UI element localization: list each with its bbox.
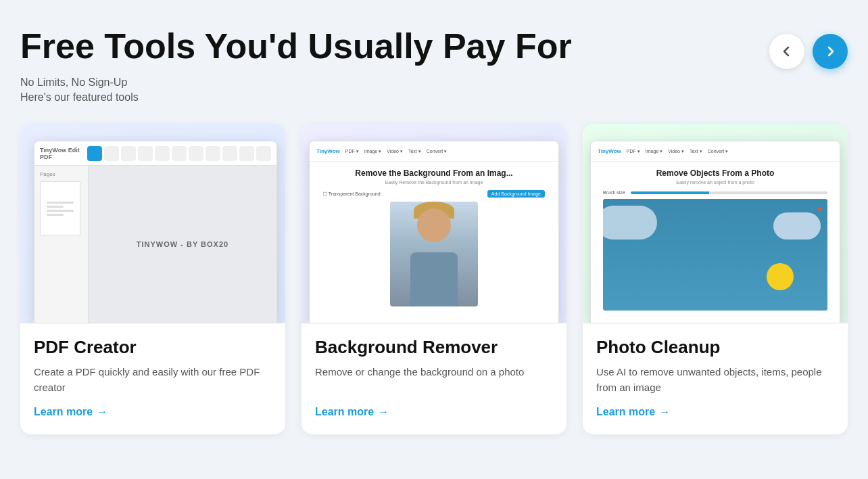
pdf-tool-image <box>239 146 254 161</box>
photo-nav-items: PDF ▾ Image ▾ Video ▾ Text ▾ Convert ▾ <box>627 149 728 154</box>
pdf-tool-circle <box>189 146 203 161</box>
photo-page-title: Remove Objects From a Photo <box>598 168 833 178</box>
bg-nav-logo: TinyWow <box>316 148 340 154</box>
bg-nav-pdf: PDF ▾ <box>345 149 359 154</box>
pdf-line-2 <box>47 206 64 208</box>
prev-button[interactable] <box>769 34 804 69</box>
pdf-pages-label: Pages <box>40 171 82 177</box>
bg-screenshot: TinyWow PDF ▾ Image ▾ Video ▾ Text ▾ Con… <box>309 141 559 323</box>
card-photo-title: Photo Cleanup <box>596 337 834 358</box>
next-button[interactable] <box>813 34 848 69</box>
bg-nav-image: Image ▾ <box>364 149 381 154</box>
bg-nav-video: Video ▾ <box>387 149 403 154</box>
pdf-line-3 <box>47 210 74 212</box>
pdf-tool-shapes <box>138 146 153 161</box>
pdf-page-lines <box>47 202 74 216</box>
main-title: Free Tools You'd Usually Pay For <box>20 27 848 66</box>
pdf-toolbar-dots <box>87 146 271 161</box>
card-pdf-content: PDF Creator Create a PDF quickly and eas… <box>20 323 285 434</box>
pdf-main: TINYWOW - BY BOX20 <box>89 166 276 323</box>
bg-nav-convert: Convert ▾ <box>427 149 447 154</box>
bg-learn-more-arrow-icon: → <box>378 406 389 418</box>
bg-nav-items: PDF ▾ Image ▾ Video ▾ Text ▾ Convert ▾ <box>345 149 447 154</box>
card-pdf-creator: TinyWow Edit PDF <box>20 124 285 434</box>
pdf-line-1 <box>47 202 74 204</box>
photo-nav-pdf: PDF ▾ <box>627 149 640 154</box>
photo-nav-bar: TinyWow PDF ▾ Image ▾ Video ▾ Text ▾ Con… <box>591 141 840 162</box>
pdf-tool-blackout <box>155 146 170 161</box>
pdf-tool-delete <box>206 146 220 161</box>
scene-cloud-right <box>773 212 821 240</box>
photo-nav-image: Image ▾ <box>646 149 662 154</box>
bg-page-subtitle: Easily Remove the Background from an Ima… <box>316 180 552 185</box>
card-bg-description: Remove or change the background on a pho… <box>315 365 553 395</box>
bg-person-image <box>390 202 478 306</box>
bg-learn-more-text: Learn more <box>315 406 374 418</box>
bg-learn-more-link[interactable]: Learn more → <box>315 406 553 418</box>
card-pdf-image: TinyWow Edit PDF <box>20 124 285 323</box>
pdf-sidebar: Pages <box>34 166 89 323</box>
card-bg-image: TinyWow PDF ▾ Image ▾ Video ▾ Text ▾ Con… <box>302 124 566 323</box>
scene-heart-icon: ♥ <box>817 204 822 214</box>
card-photo-description: Use AI to remove unwanted objects, items… <box>596 365 834 395</box>
card-photo-image: TinyWow PDF ▾ Image ▾ Video ▾ Text ▾ Con… <box>583 124 848 323</box>
pdf-tool-check <box>172 146 187 161</box>
pdf-page-thumbnail <box>40 181 80 235</box>
cards-container: TinyWow Edit PDF <box>20 124 848 434</box>
bg-nav-bar: TinyWow PDF ▾ Image ▾ Video ▾ Text ▾ Con… <box>310 141 558 162</box>
pdf-line-4 <box>47 214 64 216</box>
pdf-body: Pages TINYWOW - BY BOX20 <box>34 166 276 323</box>
card-bg-content: Background Remover Remove or change the … <box>302 323 566 434</box>
photo-screenshot: TinyWow PDF ▾ Image ▾ Video ▾ Text ▾ Con… <box>590 141 840 323</box>
bg-page-title: Remove the Background From an Imag... <box>316 168 552 178</box>
photo-nav-logo: TinyWow <box>598 148 621 154</box>
pdf-learn-more-text: Learn more <box>34 406 93 418</box>
photo-learn-more-arrow-icon: → <box>659 406 670 418</box>
pdf-watermark: TINYWOW - BY BOX20 <box>137 240 228 248</box>
pdf-toolbar: TinyWow Edit PDF <box>34 141 276 166</box>
bg-transparent-label: ☐ Transparent Background <box>323 191 381 197</box>
photo-nav-video: Video ▾ <box>668 149 684 154</box>
photo-learn-more-text: Learn more <box>596 406 655 418</box>
person-body <box>410 252 458 306</box>
pdf-learn-more-link[interactable]: Learn more → <box>34 406 272 418</box>
photo-nav-text: Text ▾ <box>690 149 702 154</box>
photo-nav-convert: Convert ▾ <box>708 149 728 154</box>
subtitle-no-limits: No Limits, No Sign-Up <box>20 76 848 89</box>
scene-cloud-left <box>603 206 657 240</box>
card-photo-content: Photo Cleanup Use AI to remove unwanted … <box>583 323 848 434</box>
pdf-tool-text <box>104 146 119 161</box>
navigation-buttons <box>769 34 848 69</box>
pdf-screenshot: TinyWow Edit PDF <box>34 141 277 323</box>
photo-scene: ♥ <box>603 199 827 311</box>
photo-page-subtitle: Easily remove an object from a photo <box>598 180 833 185</box>
photo-main-image: ♥ <box>603 199 827 311</box>
person-head <box>417 208 451 242</box>
card-bg-title: Background Remover <box>315 337 553 358</box>
photo-learn-more-link[interactable]: Learn more → <box>596 406 834 418</box>
card-photo-cleanup: TinyWow PDF ▾ Image ▾ Video ▾ Text ▾ Con… <box>583 124 848 434</box>
pdf-tool-highlight <box>121 146 136 161</box>
pdf-tool-select <box>87 146 102 161</box>
card-background-remover: TinyWow PDF ▾ Image ▾ Video ▾ Text ▾ Con… <box>302 124 566 434</box>
photo-content: Remove Objects From a Photo Easily remov… <box>591 162 840 317</box>
pdf-learn-more-arrow-icon: → <box>97 406 107 418</box>
bg-nav-text: Text ▾ <box>408 149 421 154</box>
card-pdf-description: Create a PDF quickly and easily with our… <box>34 365 272 395</box>
scene-sun <box>767 263 794 290</box>
subtitle-featured: Here's our featured tools <box>20 91 848 104</box>
photo-brush-control: Brush size <box>598 190 833 195</box>
card-pdf-title: PDF Creator <box>34 337 272 358</box>
header-section: Free Tools You'd Usually Pay For No Limi… <box>20 27 848 104</box>
pdf-tool-timer <box>222 146 237 161</box>
photo-brush-label: Brush size <box>603 190 625 195</box>
photo-brush-slider <box>631 191 827 194</box>
pdf-toolbar-label: TinyWow Edit PDF <box>40 147 83 160</box>
bg-content: Remove the Background From an Imag... Ea… <box>310 162 558 313</box>
pdf-tool-sign <box>256 146 271 161</box>
bg-controls: ☐ Transparent Background Add Background … <box>316 190 552 198</box>
bg-add-button: Add Background Image <box>487 190 545 198</box>
